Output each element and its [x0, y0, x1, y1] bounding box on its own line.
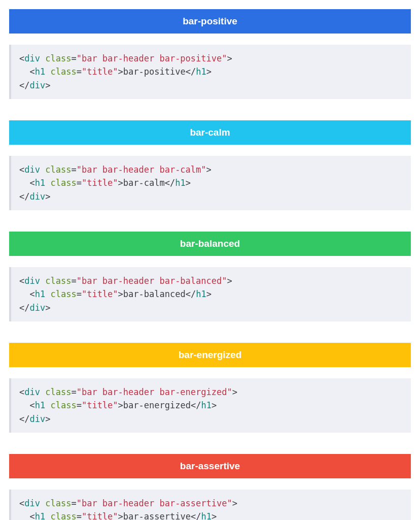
code-outer-class: bar bar-header bar-balanced [82, 276, 222, 286]
header-bar: bar-positive [9, 9, 411, 34]
header-bar-title: bar-balanced [180, 238, 240, 249]
header-bar: bar-calm [9, 120, 411, 145]
code-block: <div class="bar bar-header bar-balanced"… [9, 267, 411, 321]
example-section-bar-assertive: bar-assertive<div class="bar bar-header … [9, 454, 411, 520]
code-block: <div class="bar bar-header bar-energized… [9, 378, 411, 433]
example-section-bar-energized: bar-energized<div class="bar bar-header … [9, 343, 411, 433]
code-inner-text: bar-assertive [123, 511, 191, 520]
code-block: <div class="bar bar-header bar-assertive… [9, 490, 411, 520]
example-section-bar-positive: bar-positive<div class="bar bar-header b… [9, 9, 411, 99]
example-section-bar-calm: bar-calm<div class="bar bar-header bar-c… [9, 120, 411, 210]
header-bar: bar-balanced [9, 232, 411, 256]
header-bar-title: bar-energized [179, 349, 242, 361]
example-section-bar-balanced: bar-balanced<div class="bar bar-header b… [9, 232, 411, 321]
code-block: <div class="bar bar-header bar-positive"… [9, 45, 411, 99]
header-bar: bar-assertive [9, 454, 411, 478]
code-inner-class: title [87, 67, 113, 77]
code-inner-text: bar-energized [123, 400, 191, 410]
code-outer-class: bar bar-header bar-positive [82, 53, 222, 63]
code-inner-class: title [87, 400, 113, 410]
header-bar-title: bar-calm [190, 127, 230, 138]
code-inner-text: bar-calm [123, 178, 165, 188]
code-inner-text: bar-balanced [123, 289, 186, 299]
header-bar: bar-energized [9, 343, 411, 367]
code-inner-class: title [87, 511, 113, 520]
code-inner-text: bar-positive [123, 67, 186, 77]
code-inner-class: title [87, 289, 113, 299]
code-outer-class: bar bar-header bar-assertive [82, 498, 227, 508]
header-bar-title: bar-positive [183, 16, 237, 27]
code-block: <div class="bar bar-header bar-calm"> <h… [9, 156, 411, 210]
header-bar-title: bar-assertive [180, 461, 240, 472]
code-inner-class: title [87, 178, 113, 188]
code-outer-class: bar bar-header bar-energized [82, 387, 227, 397]
code-outer-class: bar bar-header bar-calm [82, 165, 201, 175]
